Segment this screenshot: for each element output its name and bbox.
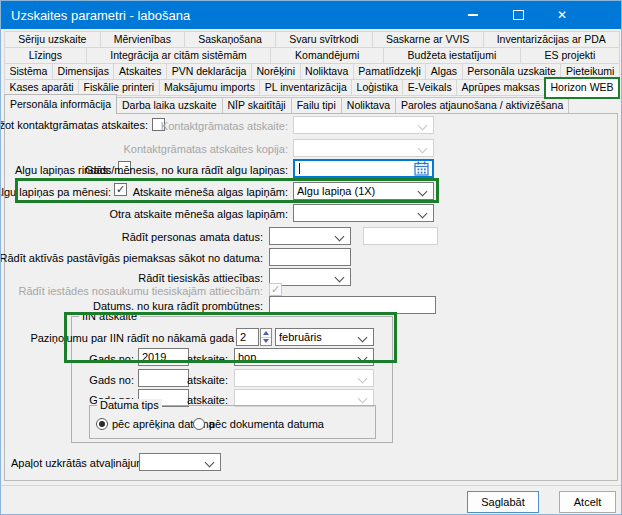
radio-pec-aprekina-datuma[interactable] [96, 418, 108, 430]
triangle-down-icon [263, 339, 269, 343]
atskaite-menesa-dropdown[interactable]: Algu lapiņa (1X) [293, 182, 434, 200]
chevron-down-icon [418, 187, 428, 197]
gads-no-value-1: 2019 [142, 351, 166, 363]
chevron-down-icon [358, 353, 368, 363]
pazinojumu-spinner-input[interactable]: 2 [236, 328, 259, 346]
tab-es-projekti[interactable]: ES projekti [520, 47, 620, 64]
piemaksas-input[interactable] [269, 248, 351, 266]
subtab-darba-laika-uzskaite[interactable]: Darba laika uzskaite [116, 97, 223, 114]
subtab-row: Personāla informācija Darba laika uzskai… [4, 94, 620, 114]
tab-budzeta-iestatijumi[interactable]: Budžeta iestatījumi [383, 47, 521, 64]
tab-noliktava[interactable]: Noliktava [300, 63, 354, 80]
tab-komandejumi[interactable]: Komandējumi [270, 47, 384, 64]
pazinojumu-label: Paziņojumu par IIN rādīt no nākamā gada [81, 331, 234, 345]
chevron-down-icon [358, 374, 368, 384]
triangle-up-icon [263, 331, 269, 335]
tab-row-1: Sēriju uzskaite Mērvienības Saskaņošana … [4, 31, 620, 48]
gads-menesis-label: Gads/mēnesis, no kura rādīt algu lapiņas… [121, 163, 288, 177]
atskaite-menesa-value: Algu lapiņa (1X) [297, 185, 375, 197]
subtab-personala-informacija-selected[interactable]: Personāla informācija [4, 94, 117, 114]
amata-datus-label: Rādīt personas amata datus: [61, 230, 263, 244]
tab-svaru-svitrkodi[interactable]: Svaru svītrkodi [275, 31, 373, 48]
chevron-down-icon [358, 333, 368, 343]
piemaksas-label: Rādīt aktīvās pastāvīgās piemaksas sākot… [1, 251, 263, 265]
atskaite-dropdown-2 [234, 369, 374, 387]
close-icon: ✕ [557, 8, 567, 22]
chevron-down-icon [418, 209, 428, 219]
kontakt-kopija-dropdown [293, 139, 434, 157]
chevron-down-icon [358, 394, 368, 404]
atskaite-value-1: hop [238, 351, 256, 363]
subtab-noliktava[interactable]: Noliktava [341, 97, 396, 114]
algu-pa-menesi-label: Algu lapiņas pa mēnesi: [21, 185, 111, 199]
tab-lizings[interactable]: Līzings [4, 47, 87, 64]
gads-no-label-2: Gads no: [81, 373, 134, 387]
tab-inventarizacijas-ar-pda[interactable]: Inventarizācijas ar PDA [483, 31, 620, 48]
spinner-down-button[interactable] [261, 337, 271, 345]
datuma-tips-legend: Datuma tips [97, 399, 162, 412]
atskaite-dropdown-1[interactable]: hop [234, 348, 374, 366]
iestades-checkbox [269, 283, 282, 296]
iestades-label: Rādīt iestādes nosaukumu tiesiskajām att… [31, 284, 263, 298]
text-caret [299, 163, 300, 174]
radio-pec-dokumenta-datuma[interactable] [193, 418, 205, 430]
maximize-button[interactable] [501, 1, 535, 29]
save-button[interactable]: Saglabāt [467, 491, 539, 513]
subtab-paroles-atjaunosana[interactable]: Paroles atjaunošana / aktivizēšana [395, 97, 569, 114]
chevron-down-icon [205, 458, 215, 468]
kontakt-atskaite-dropdown [293, 116, 434, 134]
apalot-dropdown[interactable] [139, 453, 221, 471]
tab-horizon-web-selected[interactable]: Horizon WEB [544, 77, 620, 99]
calendar-icon [414, 161, 429, 176]
radio-label-dokumenta: pēc dokumenta datuma [209, 417, 319, 431]
subtab-failu-tipi[interactable]: Failu tipi [291, 97, 342, 114]
minimize-button[interactable] [456, 1, 490, 29]
apalot-label: Apaļot uzkrātās atvaļinājuma dienas: [11, 456, 136, 470]
atskaite-label-1: atskaite: [176, 352, 228, 366]
amata-datus-dropdown[interactable] [269, 227, 351, 245]
calendar-button[interactable] [412, 161, 430, 176]
iin-atskaite-legend: IIN atskaite [79, 310, 140, 323]
tab-saskanosana[interactable]: Saskaņošana [184, 31, 276, 48]
tab-integracija[interactable]: Integrācija ar citām sistēmām [86, 47, 272, 64]
tab-mervienibas[interactable]: Mērvienības [100, 31, 186, 48]
atskaite-label-2: atskaite: [176, 373, 228, 387]
atskaite-menesa-label: Atskaite mēneša algas lapiņām: [121, 185, 288, 199]
chevron-down-icon [418, 144, 428, 154]
tab-atskaites[interactable]: Atskaites [113, 63, 167, 80]
uzskaites-parametri-dialog: Uzskaites parametri - labošana ✕ Sēriju … [0, 0, 622, 515]
amata-datus-extra-input [363, 227, 438, 245]
tab-sistema[interactable]: Sistēma [4, 63, 53, 80]
chevron-down-icon [335, 273, 345, 283]
tab-dimensijas[interactable]: Dimensijas [52, 63, 114, 80]
footer-divider [1, 485, 622, 486]
kontakt-kopija-label: Kontaktgrāmatas atskaites kopija: [111, 142, 288, 156]
cancel-button[interactable]: Atcelt [559, 491, 616, 513]
maximize-icon [513, 10, 524, 20]
otra-atskaite-dropdown[interactable] [293, 204, 434, 222]
otra-atskaite-label: Otra atskaite mēneša algas lapiņām: [101, 207, 288, 221]
tab-norekini[interactable]: Norēķini [251, 63, 301, 80]
chevron-down-icon [335, 232, 345, 242]
prombutnes-input[interactable] [269, 296, 436, 314]
tab-row-2: Līzings Integrācija ar citām sistēmām Ko… [4, 47, 620, 64]
tab-pamatlidzekli[interactable]: Pamatlīdzekļi [353, 63, 427, 80]
tab-saskarne-ar-vvis[interactable]: Saskarne ar VVIS [372, 31, 484, 48]
ierobezot-label: Ierobežot kontaktgrāmatas atskaites: [11, 118, 148, 132]
minimize-icon [468, 14, 478, 16]
tiesiskas-label: Rādīt tiesiskās attiecības: [61, 271, 263, 285]
window-title: Uzskaites parametri - labošana [1, 8, 190, 23]
tab-algas[interactable]: Algas [425, 63, 462, 80]
pazinojumu-value: 2 [240, 331, 246, 343]
gads-menesis-date-input[interactable] [293, 159, 434, 178]
kontakt-atskaite-label: Kontaktgrāmatas atskaite: [151, 119, 288, 133]
month-dropdown[interactable]: februāris [275, 328, 374, 346]
chevron-down-icon [418, 121, 428, 131]
close-button[interactable]: ✕ [545, 1, 579, 29]
gads-no-label-1: Gads no: [81, 352, 134, 366]
tab-pvn-deklaracija[interactable]: PVN deklarācija [166, 63, 252, 80]
tab-seriju-uzskaite[interactable]: Sēriju uzskaite [4, 31, 101, 48]
subtab-nip-skaititaji[interactable]: NĪP skaitītāji [222, 97, 292, 114]
pazinojumu-spinner [260, 328, 272, 346]
radio-label-aprekina: pēc aprēķina datuma [112, 417, 192, 431]
